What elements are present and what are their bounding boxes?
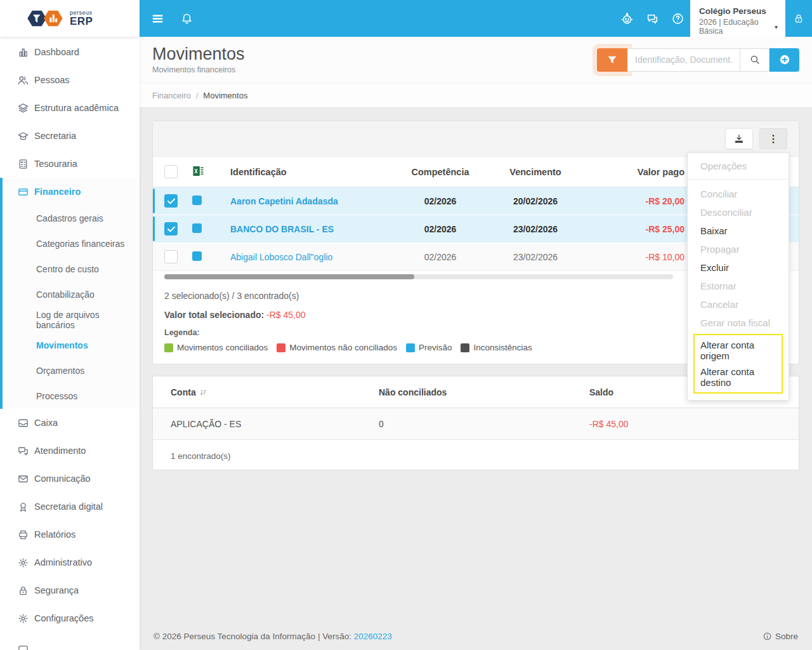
notifications-button[interactable] (174, 6, 199, 31)
sidebar-item-dashboard[interactable]: Dashboard (0, 38, 140, 66)
chat-icon (17, 445, 29, 457)
sidebar-subitem-cadastros-gerais[interactable]: Cadastros gerais (3, 206, 140, 231)
account-conta: APLICAÇÃO - ES (171, 419, 379, 429)
lock-icon (17, 585, 29, 597)
menu-item-propagar: Propagar (688, 240, 789, 258)
sidebar-subitem-orc-amentos[interactable]: Orçamentos (3, 358, 140, 383)
app-logo[interactable]: perseus ERP (0, 0, 140, 37)
sidebar-nav: DashboardPessoasEstrutura acadêmicaSecre… (0, 37, 140, 632)
menu-item-baixar[interactable]: Baixar (688, 222, 789, 240)
menu-item-conciliar: Conciliar (688, 185, 789, 203)
sidebar-subitem-log-de-arquivos-banca-rios[interactable]: Log de arquivos bancários (3, 307, 140, 333)
lock-session-button[interactable] (785, 0, 812, 37)
version-link[interactable]: 20260223 (354, 632, 392, 641)
select-all-checkbox[interactable] (164, 165, 178, 178)
search-input[interactable] (627, 48, 740, 72)
row-checkbox[interactable] (164, 194, 178, 208)
col-competencia: Competência (393, 167, 488, 177)
help-button[interactable] (665, 6, 690, 31)
menu-divider (688, 179, 789, 180)
brand-name-big: ERP (70, 16, 93, 27)
operations-kebab-button[interactable]: ⋮ (759, 128, 787, 149)
sidebar-item-atendimento[interactable]: Atendimento (0, 437, 140, 465)
export-download-button[interactable] (725, 128, 753, 149)
assistant-bot-button[interactable] (614, 6, 639, 31)
about-button[interactable]: Sobre (763, 632, 798, 641)
kebab-icon: ⋮ (768, 133, 778, 145)
sidebar-subitem-categorias-financeiras[interactable]: Categorias financeiras (3, 231, 140, 256)
printer-icon (17, 529, 29, 541)
info-circle-icon (763, 632, 772, 641)
filter-button[interactable] (597, 48, 627, 72)
topbar: Colégio Perseus 2026 | Educação Básica ▾ (140, 0, 812, 37)
page-header: Movimentos Movimentos financeiros (140, 37, 812, 83)
add-movement-button[interactable] (769, 48, 799, 72)
sidebar-item-estrutura-acade-mica[interactable]: Estrutura acadêmica (0, 94, 140, 122)
copyright-line: © 2026 Perseus Tecnologia da Informação … (154, 632, 392, 641)
legend-item: Previsão (406, 343, 452, 352)
menu-item-excluir[interactable]: Excluir (688, 258, 789, 277)
sidebar-item-seguranc-a[interactable]: Segurança (0, 576, 140, 604)
menu-item-cancelar: Cancelar (688, 295, 789, 314)
gear-icon (17, 613, 29, 625)
movement-valor-pago: -R$ 25,00 (583, 224, 684, 234)
sidebar-item-configurac-o-es[interactable]: Configurações (0, 604, 140, 632)
movement-name-link[interactable]: Aaron Capetini Adadasda (230, 196, 393, 206)
sidebar-subitem-processos[interactable]: Processos (3, 383, 140, 409)
sidebar-item-secretaria-digital[interactable]: Secretaria digital (0, 493, 140, 521)
question-circle-icon (671, 12, 684, 25)
sidebar-subitem-contabilizac-a-o[interactable]: Contabilização (3, 282, 140, 307)
sidebar-item-financeiro[interactable]: Financeiro (3, 178, 140, 206)
sidebar-subitem-centro-de-custo[interactable]: Centro de custo (3, 256, 140, 282)
page-titles: Movimentos Movimentos financeiros (152, 45, 245, 74)
account-nao-conciliados: 0 (379, 419, 589, 429)
perseus-logo-icon (27, 6, 66, 31)
sidebar-item-relato-rios[interactable]: Relatórios (0, 521, 140, 548)
menu-item-gerar-nota-fiscal: Gerar nota fiscal (688, 314, 789, 332)
movement-name-link[interactable]: Abigail Lobosco Dall"oglio (230, 252, 393, 262)
clipped-sidebar-icon (17, 644, 29, 650)
sidebar-item-caixa[interactable]: Caixa (0, 409, 140, 437)
operations-menu-header: Operações (688, 153, 789, 179)
legend-item: Inconsistências (461, 343, 532, 352)
lock-icon (793, 13, 804, 24)
movements-toolbar: ⋮ (153, 121, 799, 157)
plus-circle-icon (778, 53, 791, 66)
col-conta[interactable]: Conta (171, 387, 379, 397)
breadcrumb-separator: / (196, 91, 199, 100)
search-icon (749, 54, 761, 65)
calculator-icon (17, 158, 29, 170)
page-title: Movimentos (152, 45, 245, 64)
sidebar-item-pessoas[interactable]: Pessoas (0, 66, 140, 94)
sidebar-toggle-button[interactable] (145, 6, 170, 31)
horizontal-scrollbar-thumb[interactable] (164, 274, 414, 279)
menu-item-alterar-conta-destino[interactable]: Alterar conta destino (695, 364, 782, 390)
account-name: Colégio Perseus (699, 6, 778, 16)
legend-color-square (164, 343, 173, 352)
menu-item-alterar-conta-origem[interactable]: Alterar conta origem (695, 337, 782, 364)
funnel-icon (607, 55, 617, 65)
movement-vencimento: 20/02/2026 (488, 196, 583, 206)
status-square-previsao (192, 251, 202, 261)
sidebar-item-secretaria[interactable]: Secretaria (0, 122, 140, 150)
sidebar-item-comunicac-a-o[interactable]: Comunicação (0, 465, 140, 493)
sidebar-item-tesouraria[interactable]: Tesouraria (0, 150, 140, 178)
page-subtitle: Movimentos financeiros (152, 65, 245, 74)
messages-button[interactable] (639, 6, 665, 31)
account-switcher[interactable]: Colégio Perseus 2026 | Educação Básica ▾ (690, 0, 785, 37)
breadcrumb-parent[interactable]: Financeiro (152, 91, 191, 100)
gear-icon (17, 557, 29, 569)
sidebar-subitem-movimentos[interactable]: Movimentos (3, 333, 140, 358)
excel-export-icon[interactable] (192, 165, 204, 177)
grad-cap-icon (17, 130, 29, 142)
search-button[interactable] (740, 48, 769, 72)
movement-vencimento: 23/02/2026 (488, 224, 583, 234)
row-checkbox[interactable] (164, 250, 178, 263)
movement-valor-pago: -R$ 10,00 (583, 252, 684, 262)
row-checkbox[interactable] (164, 222, 178, 235)
sidebar-item-administrativo[interactable]: Administrativo (0, 548, 140, 576)
col-vencimento: Vencimento (488, 167, 583, 177)
breadcrumb: Financeiro / Movimentos (140, 83, 812, 108)
movement-name-link[interactable]: BANCO DO BRASIL - ES (230, 224, 393, 234)
brand-text: perseus ERP (70, 10, 93, 27)
